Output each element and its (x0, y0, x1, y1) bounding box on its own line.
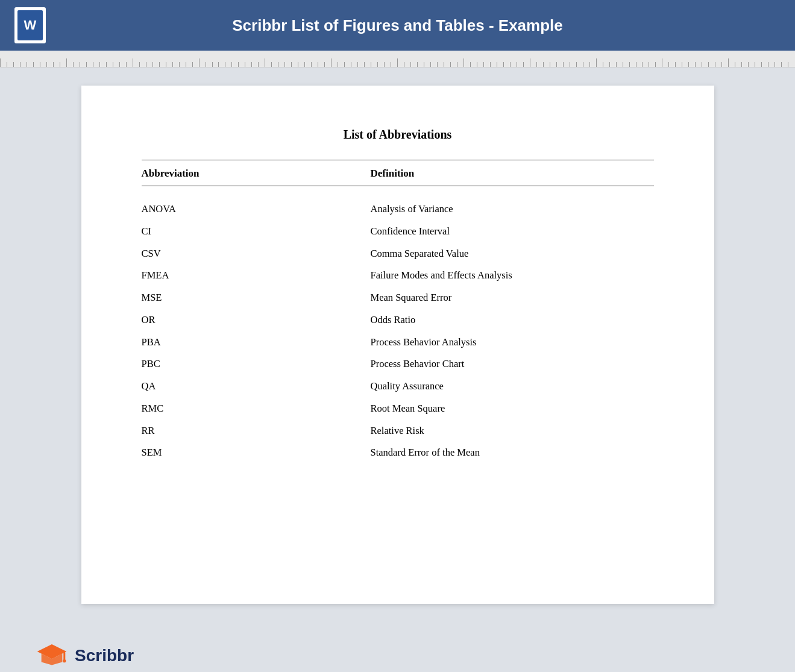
ruler-mark (206, 62, 212, 67)
table-row: RRRelative Risk (142, 420, 654, 442)
ruler-mark (66, 58, 73, 67)
ruler-mark (655, 62, 662, 67)
ruler-mark (788, 62, 794, 67)
ruler-mark (33, 62, 40, 67)
row-definition: Confidence Interval (371, 224, 654, 239)
row-definition: Process Behavior Chart (371, 357, 654, 372)
ruler-mark (331, 58, 338, 67)
ruler-mark (741, 62, 748, 67)
table-row: CSVComma Separated Value (142, 243, 654, 265)
row-abbrev: PBA (142, 335, 371, 350)
ruler-mark (715, 62, 721, 67)
ruler-mark (576, 62, 583, 67)
ruler-mark (616, 62, 623, 67)
ruler-mark (391, 62, 397, 67)
ruler-mark (662, 58, 668, 67)
ruler-mark (99, 62, 106, 67)
ruler-mark (231, 62, 238, 67)
header-title: Scribbr List of Figures and Tables - Exa… (57, 16, 781, 35)
ruler-mark (721, 62, 728, 67)
ruler-mark (344, 62, 351, 67)
row-abbrev: PBC (142, 357, 371, 372)
ruler-mark (126, 62, 133, 67)
scribbr-logo: Scribbr (36, 640, 134, 671)
ruler-mark (450, 62, 457, 67)
ruler-mark (444, 62, 450, 67)
row-definition: Mean Squared Error (371, 290, 654, 306)
document-title: List of Abbreviations (142, 128, 654, 142)
ruler-mark (351, 62, 357, 67)
row-definition: Standard Error of the Mean (371, 445, 654, 460)
ruler-mark (245, 62, 251, 67)
ruler-mark (377, 62, 384, 67)
ruler-mark (46, 62, 53, 67)
ruler-mark (212, 62, 219, 67)
ruler-mark (186, 62, 192, 67)
ruler-mark (258, 62, 265, 67)
ruler-mark (238, 62, 245, 67)
ruler-mark (417, 62, 424, 67)
ruler-mark (470, 62, 477, 67)
ruler-mark (20, 62, 27, 67)
row-definition: Analysis of Variance (371, 202, 654, 217)
ruler-mark (490, 62, 497, 67)
ruler-mark (404, 62, 410, 67)
ruler-mark (781, 62, 788, 67)
table-row: RMCRoot Mean Square (142, 398, 654, 420)
ruler-mark (510, 62, 517, 67)
ruler-mark (80, 62, 86, 67)
ruler-mark (596, 58, 603, 67)
row-abbrev: SEM (142, 445, 371, 460)
table-row: ANOVAAnalysis of Variance (142, 198, 654, 221)
ruler-mark (152, 62, 159, 67)
ruler-mark (192, 62, 199, 67)
row-abbrev: OR (142, 313, 371, 328)
word-icon: W (14, 7, 46, 43)
ruler-mark (133, 58, 139, 67)
word-icon-letter: W (17, 10, 43, 40)
ruler-mark (708, 62, 715, 67)
ruler-mark (748, 62, 755, 67)
ruler-mark (119, 62, 126, 67)
ruler-mark (166, 62, 172, 67)
table-row: MSEMean Squared Error (142, 287, 654, 309)
row-abbrev: FMEA (142, 268, 371, 283)
ruler-mark (688, 62, 695, 67)
ruler-mark (775, 62, 781, 67)
ruler-mark (146, 62, 152, 67)
ruler-mark (40, 62, 46, 67)
column-headers: Abbreviation Definition (142, 160, 654, 186)
ruler-mark (642, 62, 649, 67)
ruler-mark (86, 62, 93, 67)
ruler-mark (113, 62, 119, 67)
row-abbrev: MSE (142, 290, 371, 306)
row-definition: Process Behavior Analysis (371, 335, 654, 350)
ruler-mark (483, 62, 490, 67)
ruler-mark (675, 62, 682, 67)
ruler-mark (93, 62, 99, 67)
table-row: SEMStandard Error of the Mean (142, 442, 654, 464)
ruler-mark (7, 62, 13, 67)
ruler-mark (172, 62, 179, 67)
table-row: OROdds Ratio (142, 309, 654, 331)
ruler-mark (755, 62, 761, 67)
scribbr-logo-icon (36, 640, 68, 671)
row-abbrev: CSV (142, 247, 371, 262)
ruler-mark (179, 62, 186, 67)
table-row: PBAProcess Behavior Analysis (142, 331, 654, 354)
app-header: W Scribbr List of Figures and Tables - E… (0, 0, 795, 51)
ruler-mark (397, 58, 404, 67)
ruler-mark (768, 62, 775, 67)
ruler-mark (291, 62, 298, 67)
ruler-mark (583, 62, 589, 67)
ruler-mark (629, 62, 636, 67)
row-abbrev: RMC (142, 401, 371, 416)
ruler-mark (550, 62, 556, 67)
ruler-mark (13, 62, 20, 67)
ruler-mark (563, 62, 570, 67)
ruler-mark (530, 58, 536, 67)
ruler-mark (695, 62, 702, 67)
ruler-mark (589, 62, 596, 67)
ruler-mark (218, 62, 225, 67)
footer: Scribbr (0, 628, 795, 671)
